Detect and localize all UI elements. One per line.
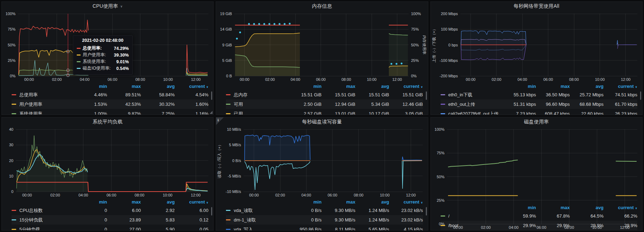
- svg-text:100%: 100%: [435, 127, 444, 131]
- legend-series-toggle[interactable]: 用户使用率: [12, 101, 73, 108]
- legend-series-name: 可用: [234, 101, 243, 108]
- legend-series-toggle[interactable]: 15分钟负载: [12, 217, 73, 223]
- legend-series-toggle[interactable]: 总内存: [226, 92, 288, 98]
- legend-sort-avg[interactable]: avg: [355, 84, 389, 89]
- legend-series-toggle[interactable]: /: [441, 213, 502, 219]
- panel-header[interactable]: 系统平均负载: [2, 117, 213, 127]
- legend-series-toggle[interactable]: 系统使用率: [12, 111, 73, 115]
- svg-text:02:00: 02:00: [52, 77, 62, 82]
- network-chart[interactable]: -200 Mbps-100 Mbps0 bps100 Mbps200 Mbps0…: [431, 11, 642, 82]
- legend-series-toggle[interactable]: dm-1_读取: [226, 217, 288, 223]
- legend-series-toggle[interactable]: 5分钟负载: [12, 226, 73, 231]
- legend-series-toggle[interactable]: eth0_in下载: [441, 92, 502, 98]
- legend-row: 系统使用率1.00%9.87%7.25%1.16%: [12, 109, 208, 115]
- legend-value: 51.31 kbps: [502, 102, 536, 107]
- svg-text:12:00: 12:00: [392, 77, 402, 82]
- legend-sort-max[interactable]: max: [322, 199, 355, 205]
- panel-title[interactable]: 内存信息: [312, 3, 332, 9]
- legend-value: 30.32%: [141, 102, 175, 107]
- panel-title[interactable]: 每秒网络带宽使用All: [513, 3, 559, 9]
- panel-info-corner-icon[interactable]: i: [216, 117, 224, 125]
- legend-sort-min[interactable]: min: [288, 199, 322, 205]
- legend-series-toggle[interactable]: /boot: [441, 223, 502, 228]
- legend-series-toggle[interactable]: CPU总核数: [12, 207, 73, 214]
- disk-io-chart[interactable]: -10 MB/s-5 MB/s0 B/s5 MB/s10 MB/s00:0002…: [216, 127, 428, 198]
- memory-chart[interactable]: 0 B5 GiB9 GiB14 GiB19 GiB0%25%50%75%100%…: [216, 11, 428, 82]
- legend-sort-max[interactable]: max: [107, 199, 141, 205]
- load-chart[interactable]: 01020304000:0002:0004:0006:0008:0010:001…: [2, 127, 213, 198]
- svg-text:5 GiB: 5 GiB: [222, 58, 232, 63]
- tooltip-row: 总使用率:74.29%: [77, 45, 129, 52]
- legend-sort-min[interactable]: min: [502, 84, 536, 89]
- legend-value: 6.00: [175, 208, 208, 213]
- panel-header[interactable]: CPU使用率 ∨: [2, 2, 213, 11]
- legend-row: /boot29.9%29.9%29.9%29.9%: [441, 221, 637, 230]
- panel-title[interactable]: 磁盘使用率: [524, 119, 549, 125]
- legend-series-toggle[interactable]: 总使用率: [12, 92, 73, 98]
- legend-sort-current[interactable]: current ∨: [604, 205, 637, 210]
- series-color-swatch-icon: [12, 229, 16, 230]
- series-color-swatch-icon: [12, 210, 16, 211]
- disk-usage-chart[interactable]: 0%25%50%75%100%00:0002:0004:0006:0008:00…: [431, 127, 642, 204]
- legend-sort-current[interactable]: current ∨: [604, 84, 637, 89]
- legend-value: 12.94 GiB: [322, 102, 355, 107]
- legend-series-toggle[interactable]: cali2e62077f6df_out上传: [441, 111, 502, 115]
- svg-text:00:00: 00:00: [466, 77, 475, 82]
- panel-header[interactable]: 内存信息: [216, 2, 428, 11]
- legend-value: 55.13 kbps: [502, 92, 536, 97]
- legend-sort-min[interactable]: min: [73, 84, 107, 89]
- legend-sort-avg[interactable]: avg: [570, 205, 604, 210]
- legend-sort-avg[interactable]: avg: [355, 199, 389, 205]
- legend-value: 5.90: [141, 227, 175, 230]
- tooltip-timestamp: 2021-02-20 02:48:00: [77, 38, 129, 43]
- panel-title[interactable]: 每秒磁盘读写容量: [302, 119, 342, 125]
- legend-series-toggle[interactable]: eth0_out上传: [441, 101, 502, 108]
- svg-text:04:00: 04:00: [78, 193, 88, 197]
- legend-sort-max[interactable]: max: [322, 84, 355, 89]
- legend-series-name: eth0_in下载: [448, 92, 473, 98]
- legend-value: 0.12: [175, 217, 208, 223]
- legend-sort-max[interactable]: max: [536, 205, 570, 210]
- legend-sort-current[interactable]: current ∨: [175, 199, 208, 205]
- panel-title[interactable]: 系统平均负载: [93, 119, 122, 125]
- legend-value: 2.57 GiB: [288, 111, 322, 115]
- legend-sort-min[interactable]: min: [502, 205, 536, 210]
- legend-row: vda_读取0 B/s9.30 MB/s1.24 MB/s23.02 kB/s: [226, 206, 423, 215]
- series-color-swatch-icon: [441, 225, 445, 226]
- legend-sort-current[interactable]: current ∨: [175, 84, 208, 89]
- legend-series-toggle[interactable]: 可用: [226, 101, 288, 108]
- panel-title[interactable]: CPU使用率: [93, 3, 118, 9]
- panel-header[interactable]: 每秒磁盘读写容量: [216, 117, 428, 127]
- panel-header[interactable]: 磁盘使用率: [431, 117, 642, 127]
- chart-svg: 01020304000:0002:0004:0006:0008:0010:001…: [2, 127, 213, 198]
- legend-value: 25.72 Mbps: [570, 92, 604, 97]
- legend-sort-avg[interactable]: avg: [141, 199, 175, 205]
- legend-scrollbar[interactable]: [211, 207, 212, 215]
- legend-sort-current[interactable]: current ∨: [389, 199, 423, 205]
- legend-sort-current[interactable]: current ∨: [389, 84, 423, 89]
- legend-scrollbar[interactable]: [426, 91, 427, 100]
- legend-scrollbar[interactable]: [640, 91, 641, 100]
- svg-text:10: 10: [9, 174, 13, 178]
- legend-sort-avg[interactable]: avg: [570, 84, 604, 89]
- legend-sort-avg[interactable]: avg: [141, 84, 175, 89]
- legend-sort-min[interactable]: min: [73, 199, 107, 205]
- legend-value: 6.00: [107, 208, 141, 213]
- legend-value: 9.30 MB/s: [322, 217, 355, 223]
- panel-menu-caret-icon[interactable]: ∨: [120, 5, 123, 8]
- legend-scrollbar[interactable]: [211, 91, 212, 100]
- tooltip-rows: 总使用率:74.29%用户使用率:39.30%系统使用率:9.01%磁盘IO使用…: [77, 45, 129, 72]
- legend-sort-max[interactable]: max: [536, 84, 570, 89]
- chart-svg: -200 Mbps-100 Mbps0 bps100 Mbps200 Mbps0…: [431, 11, 642, 82]
- tooltip-series-label: 用户使用率:: [83, 52, 114, 58]
- legend-scrollbar[interactable]: [426, 207, 427, 215]
- tooltip-series-value: 0.54%: [116, 66, 129, 71]
- legend-sort-max[interactable]: max: [107, 84, 141, 89]
- legend-series-toggle[interactable]: vda_写入: [226, 226, 288, 231]
- legend-series-toggle[interactable]: vda_读取: [226, 207, 288, 214]
- svg-text:08:00: 08:00: [569, 77, 579, 82]
- legend-series-toggle[interactable]: 已用: [226, 111, 288, 115]
- svg-text:08:00: 08:00: [342, 77, 352, 82]
- legend-sort-min[interactable]: min: [288, 84, 322, 89]
- panel-header[interactable]: 每秒网络带宽使用All: [431, 2, 642, 11]
